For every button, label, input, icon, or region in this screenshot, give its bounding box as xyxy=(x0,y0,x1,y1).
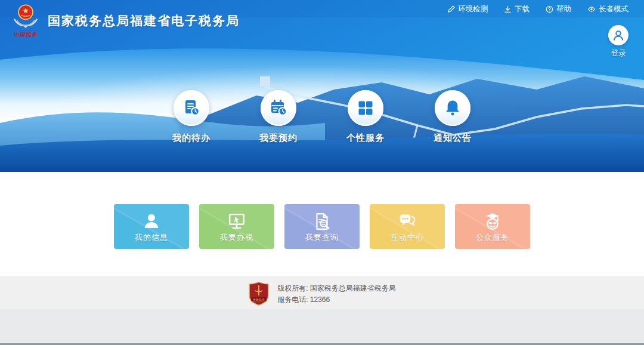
quick-service-label: 我的待办 xyxy=(172,133,210,144)
chat-bubbles-icon xyxy=(396,210,419,233)
scholar-icon xyxy=(481,210,504,233)
monitor-cursor-icon xyxy=(225,210,248,233)
hero-banner: 环境检测 下载 帮助 xyxy=(0,0,644,172)
quick-service-appointment[interactable]: 我要预约 xyxy=(250,90,306,144)
user-avatar-icon xyxy=(608,25,628,45)
document-clock-icon xyxy=(174,90,209,126)
help-label: 帮助 xyxy=(556,4,571,14)
card-label: 互动中心 xyxy=(370,232,445,243)
help-icon xyxy=(546,5,553,13)
card-inquiry[interactable]: 我要查询 xyxy=(284,204,360,249)
service-cards-row: 我的信息 我要办税 xyxy=(0,172,644,249)
environment-check-label: 环境检测 xyxy=(458,4,488,14)
card-label: 我的信息 xyxy=(114,232,189,243)
pen-icon xyxy=(447,5,455,13)
card-my-info[interactable]: 我的信息 xyxy=(114,204,189,249)
document-search-icon xyxy=(311,210,333,233)
help-link[interactable]: 帮助 xyxy=(546,4,571,14)
eye-icon xyxy=(587,5,596,13)
download-icon xyxy=(504,5,512,13)
quick-services: 我的待办 我要预约 xyxy=(0,90,644,144)
footer-content: 党政机关 版权所有: 国家税务总局福建省税务局 服务电话: 12366 xyxy=(0,276,644,307)
elder-mode-link[interactable]: 长者模式 xyxy=(587,4,628,14)
card-public-services[interactable]: 公众服务 xyxy=(455,204,530,249)
elder-mode-label: 长者模式 xyxy=(599,4,628,14)
tax-bureau-logo: 中国税务 xyxy=(10,3,42,39)
service-phone-text: 服务电话: 12366 xyxy=(277,294,396,306)
government-badge-icon: 党政机关 xyxy=(248,281,270,307)
card-handle-tax[interactable]: 我要办税 xyxy=(199,204,274,249)
card-label: 我要查询 xyxy=(284,232,360,243)
quick-service-label: 通知公告 xyxy=(434,133,472,144)
grid-icon xyxy=(348,90,383,126)
main-services: 我的信息 我要办税 xyxy=(0,172,644,276)
environment-check-link[interactable]: 环境检测 xyxy=(447,4,488,14)
login-label: 登录 xyxy=(605,48,632,58)
download-label: 下载 xyxy=(515,4,530,14)
footer-text: 版权所有: 国家税务总局福建省税务局 服务电话: 12366 xyxy=(277,281,396,306)
card-interaction-center[interactable]: 互动中心 xyxy=(370,204,445,249)
tax-emblem-icon xyxy=(12,3,39,30)
page: 环境检测 下载 帮助 xyxy=(0,0,644,345)
quick-service-label: 个性服务 xyxy=(346,133,385,144)
quick-service-notices[interactable]: 通知公告 xyxy=(425,90,481,144)
bell-icon xyxy=(435,90,470,126)
quick-service-label: 我要预约 xyxy=(259,133,298,144)
person-icon xyxy=(140,210,163,233)
card-label: 我要办税 xyxy=(199,232,274,243)
calendar-clock-icon xyxy=(261,90,296,126)
logo-caption: 中国税务 xyxy=(10,31,42,39)
card-label: 公众服务 xyxy=(455,232,530,243)
quick-service-personalized[interactable]: 个性服务 xyxy=(338,90,394,144)
footer: 党政机关 版权所有: 国家税务总局福建省税务局 服务电话: 12366 xyxy=(0,276,644,345)
site-title: 国家税务总局福建省电子税务局 xyxy=(48,13,240,29)
quick-service-my-todo[interactable]: 我的待办 xyxy=(163,90,219,144)
download-link[interactable]: 下载 xyxy=(504,4,530,14)
copyright-text: 版权所有: 国家税务总局福建省税务局 xyxy=(277,283,396,294)
badge-band-text: 党政机关 xyxy=(253,298,265,302)
login-button[interactable]: 登录 xyxy=(605,25,632,58)
brand: 中国税务 国家税务总局福建省电子税务局 xyxy=(10,3,240,39)
